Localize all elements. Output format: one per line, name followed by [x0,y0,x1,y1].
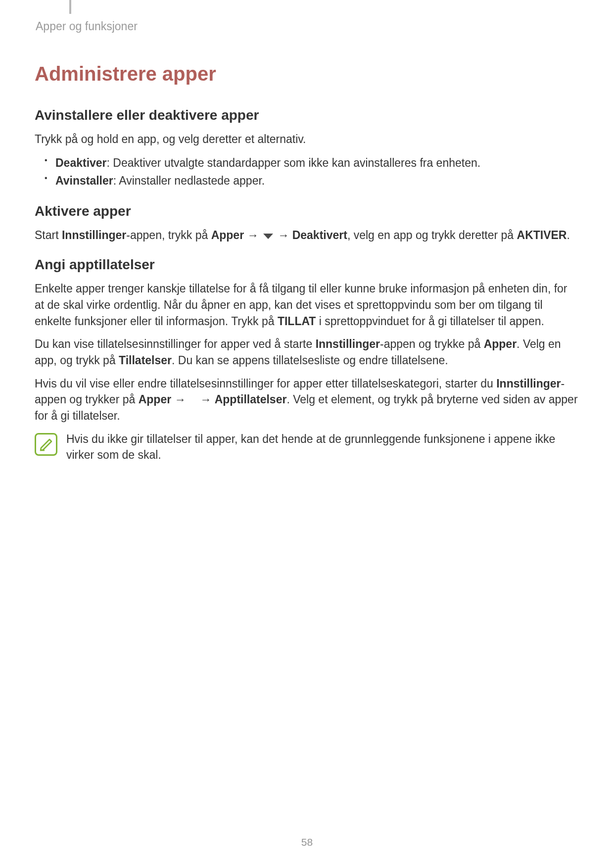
page-title: Administrere apper [35,63,579,85]
text-bold: Deaktivert [292,229,347,241]
text-bold: Apptillatelser [215,393,287,406]
more-options-icon [190,393,195,405]
option-label: Deaktiver [55,156,107,169]
permissions-p3: Hvis du vil vise eller endre tillatelses… [35,376,579,424]
section-uninstall-heading: Avinstallere eller deaktivere apper [35,107,579,123]
text: i sprettoppvinduet for å gi tillatelser … [316,315,544,328]
section-uninstall-intro: Trykk på og hold en app, og velg derette… [35,131,579,147]
text-bold: Tillatelser [119,354,172,367]
section-permissions-heading: Angi apptillatelser [35,257,579,273]
page-number: 58 [0,836,614,848]
text-bold: TILLAT [278,315,316,328]
note-text: Hvis du ikke gir tillatelser til apper, … [66,431,579,463]
text: . [567,229,569,241]
text-bold: Apper [211,229,244,241]
list-item: Avinstaller: Avinstaller nedlastede appe… [49,172,579,190]
page-content: Apper og funksjoner Administrere apper A… [0,0,614,482]
permissions-p2: Du kan vise tillatelsesinnstillinger for… [35,336,579,368]
option-text: : Avinstaller nedlastede apper. [113,174,265,187]
dropdown-triangle-icon [263,233,274,240]
text-bold: Apper [484,338,517,350]
note-icon [35,433,57,456]
text: -appen og trykke på [380,338,484,350]
text: , velg en app og trykk deretter på [347,229,517,241]
text: → [171,393,189,406]
page-top-accent [69,0,71,14]
option-label: Avinstaller [55,174,113,187]
text-bold: Innstillinger [62,229,126,241]
text: Start [35,229,62,241]
uninstall-options-list: Deaktiver: Deaktiver utvalgte standardap… [35,154,579,190]
text-bold: Innstillinger [496,377,561,390]
breadcrumb: Apper og funksjoner [36,20,579,33]
text-bold: Apper [139,393,171,406]
section-activate-body: Start Innstillinger-appen, trykk på Appe… [35,227,579,243]
list-item: Deaktiver: Deaktiver utvalgte standardap… [49,154,579,172]
text: Du kan vise tillatelsesinnstillinger for… [35,338,316,350]
text: → [244,229,262,241]
text: Hvis du vil vise eller endre tillatelses… [35,377,496,390]
permissions-p1: Enkelte apper trenger kanskje tillatelse… [35,281,579,329]
option-text: : Deaktiver utvalgte standardapper som i… [107,156,481,169]
text: → [275,229,292,241]
text-bold: AKTIVER [517,229,567,241]
section-activate-heading: Aktivere apper [35,203,579,219]
text: → [197,393,215,406]
note-callout: Hvis du ikke gir tillatelser til apper, … [35,431,579,463]
text: -appen, trykk på [126,229,211,241]
svg-marker-0 [263,234,273,239]
text: . Du kan se appens tillatelsesliste og e… [172,354,448,367]
text-bold: Innstillinger [316,338,380,350]
